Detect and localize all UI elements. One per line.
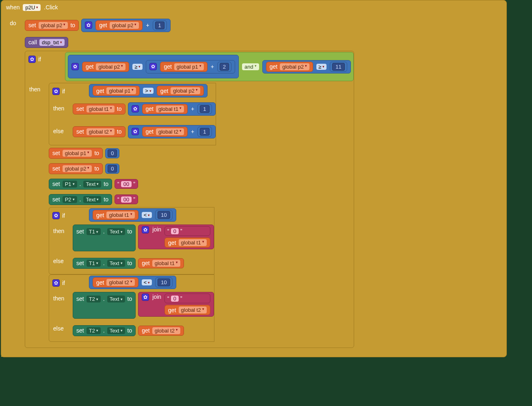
set-T2-text-plain[interactable]: setT2▾.Text▾to getglobal t2▾ xyxy=(73,323,184,338)
number-11[interactable]: 11 xyxy=(332,63,344,71)
get-p2[interactable]: get global p2▾ xyxy=(266,62,313,72)
number-1[interactable]: 1 xyxy=(155,22,164,29)
when-click-event[interactable]: when p2U▾ .Click do set global p2▾ to ✿ … xyxy=(1,0,507,357)
to-keyword: to xyxy=(70,22,75,28)
gear-icon[interactable]: ✿ xyxy=(132,128,139,135)
gear-icon[interactable]: ✿ xyxy=(85,22,92,29)
get-p1[interactable]: getglobal p1▾ xyxy=(93,86,140,96)
set-keyword: set xyxy=(28,22,36,28)
set-p1-zero[interactable]: setglobal p1▾to 0 xyxy=(49,146,119,160)
get-p2[interactable]: getglobal p2▾ xyxy=(157,86,204,96)
call-keyword: call xyxy=(28,39,37,45)
gear-icon[interactable]: ✿ xyxy=(149,63,157,70)
inner-if-compare[interactable]: ✿ if getglobal p1▾ >▾ getglobal p2▾ xyxy=(49,83,216,145)
set-t2-increment[interactable]: setglobal t2▾to ✿ getglobal t2▾ + 1 xyxy=(73,124,216,139)
do-label: do xyxy=(1,14,25,357)
click-suffix: .Click xyxy=(44,4,58,11)
ge-op-dropdown[interactable]: ≥▾ xyxy=(316,64,327,70)
gear-icon[interactable]: ✿ xyxy=(142,294,149,301)
gear-icon[interactable]: ✿ xyxy=(52,212,60,219)
plus-op: + xyxy=(146,22,149,28)
if-t1-lt-10[interactable]: ✿if getglobal t1▾ <▾ 10 xyxy=(49,207,214,274)
outer-if-block[interactable]: ✿ if ✿ get global p2▾ xyxy=(25,51,354,348)
get-p2[interactable]: get global p2▾ xyxy=(95,20,143,30)
set-T1-text-join[interactable]: setT1▾.Text▾to ✿ join “0” getglobal t1▾ xyxy=(73,225,214,251)
when-keyword: when xyxy=(6,4,19,11)
proc-dropdown[interactable]: dsp_txt▾ xyxy=(39,39,65,46)
gear-icon[interactable]: ✿ xyxy=(52,88,60,95)
call-dsp-txt[interactable]: call dsp_txt▾ xyxy=(25,35,68,50)
set-t1-increment[interactable]: setglobal t1▾to ✿ getglobal t1▾ + 1 xyxy=(73,101,216,117)
and-block[interactable]: ✿ get global p2▾ ≥▾ ✿ xyxy=(65,52,354,81)
compare-ge-right[interactable]: get global p2▾ ≥▾ 11 xyxy=(262,60,351,73)
set-p2-zero[interactable]: setglobal p2▾to 0 xyxy=(49,162,119,175)
number-10[interactable]: 10 xyxy=(158,211,170,219)
compare-gt[interactable]: getglobal p1▾ >▾ getglobal p2▾ xyxy=(89,84,208,97)
gt-op-dropdown[interactable]: >▾ xyxy=(143,88,154,94)
gear-icon[interactable]: ✿ xyxy=(132,105,139,112)
set-p2-increment[interactable]: set global p2▾ to ✿ get global p2▾ + 1 xyxy=(25,17,171,33)
gear-icon[interactable]: ✿ xyxy=(52,279,60,287)
gear-icon[interactable]: ✿ xyxy=(142,226,149,233)
set-P1-text-00[interactable]: setP1▾.Text▾to “00” xyxy=(49,177,138,191)
lt-op-dropdown[interactable]: <▾ xyxy=(142,212,152,218)
number-0[interactable]: 0 xyxy=(108,149,117,157)
then-keyword: then xyxy=(29,86,40,93)
join-block[interactable]: ✿ join “0” getglobal t1▾ xyxy=(138,225,214,249)
ge-op-dropdown[interactable]: ≥▾ xyxy=(132,64,143,70)
gear-icon[interactable]: ✿ xyxy=(28,56,36,63)
number-2[interactable]: 2 xyxy=(220,63,229,71)
and-label[interactable]: and▾ xyxy=(242,63,259,70)
event-component-dropdown[interactable]: p2U▾ xyxy=(23,4,41,11)
set-T2-text-join[interactable]: setT2▾.Text▾to ✿ join “0” getglobal t2▾ xyxy=(73,292,214,319)
gear-icon[interactable]: ✿ xyxy=(71,63,79,70)
compare-ge-left[interactable]: ✿ get global p2▾ ≥▾ ✿ xyxy=(68,55,239,78)
set-P2-text-00[interactable]: setP2▾.Text▾to “00” xyxy=(49,192,138,206)
math-add-inner[interactable]: ✿ get global p1▾ + 2 xyxy=(146,60,235,73)
math-add-block[interactable]: ✿ get global p2▾ + 1 xyxy=(81,19,171,32)
if-t2-lt-10[interactable]: ✿if getglobal t2▾ <▾ 10 xyxy=(49,274,214,342)
set-T1-text-plain[interactable]: setT1▾.Text▾to getglobal t1▾ xyxy=(73,255,184,271)
text-literal-00[interactable]: “00” xyxy=(115,179,138,189)
get-p1[interactable]: get global p1▾ xyxy=(160,62,207,72)
var-p2-dropdown[interactable]: global p2▾ xyxy=(39,22,68,29)
if-keyword: if xyxy=(38,56,41,63)
get-p2[interactable]: get global p2▾ xyxy=(82,62,129,72)
